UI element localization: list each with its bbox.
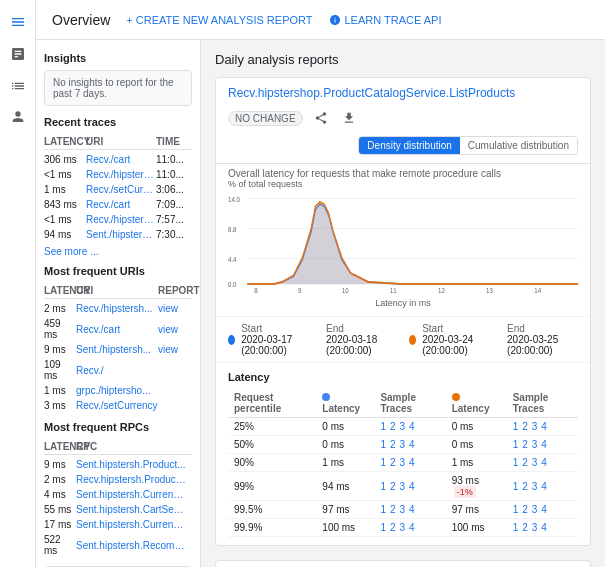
sample-links[interactable]: 1234 xyxy=(513,522,572,533)
daily-reports-title: Daily analysis reports xyxy=(215,52,591,67)
nav-icon-menu[interactable] xyxy=(4,8,32,36)
rpcs-title: Most frequent RPCs xyxy=(44,421,192,433)
left-nav xyxy=(0,0,36,567)
card1-chart: 14.0 8.8 4.4 0.0 8 xyxy=(216,189,590,316)
card1-latency-section: Latency Request percentile Latency Sampl… xyxy=(216,363,590,545)
sample-links[interactable]: 1234 xyxy=(513,504,572,515)
table-row: 1 msgrpc./hiptersho... xyxy=(44,383,192,398)
table-row: 17 msSent.hipstersh.Currency... xyxy=(44,517,192,532)
svg-text:14.0: 14.0 xyxy=(228,195,240,203)
table-row: 9 msSent./hipstersh...view xyxy=(44,342,192,357)
svg-text:11: 11 xyxy=(390,286,397,293)
left-panel: Insights No insights to report for the p… xyxy=(36,40,201,567)
card1-header: Recv.hipstershop.ProductCatalogService.L… xyxy=(216,78,590,164)
rpcs-header: LATENCY RPC xyxy=(44,439,192,455)
nav-icon-person[interactable] xyxy=(4,104,32,132)
table-row: 25% 0 ms 1234 0 ms 1234 xyxy=(228,418,578,436)
card2-header: Recv./cart NO CHANGE Density distributio… xyxy=(216,561,590,567)
uris-header: LATENCY URI REPORT xyxy=(44,283,192,299)
analysis-card-1: Recv.hipstershop.ProductCatalogService.L… xyxy=(215,77,591,546)
card1-tab-group: Density distribution Cumulative distribu… xyxy=(358,136,578,155)
recent-traces-list: 306 msRecv./cart11:0... <1 msRecv./hipst… xyxy=(44,152,192,242)
see-more-link[interactable]: See more ... xyxy=(44,246,192,257)
sample-links[interactable]: 1234 xyxy=(513,457,572,468)
sample-links[interactable]: 1234 xyxy=(513,439,572,450)
sample-links[interactable]: 1234 xyxy=(380,481,439,492)
table-row: 99.5% 97 ms 1234 97 ms 1234 xyxy=(228,501,578,519)
insights-title: Insights xyxy=(44,52,192,64)
create-report-link[interactable]: + CREATE NEW ANALYSIS REPORT xyxy=(126,14,312,26)
sample-links[interactable]: 1234 xyxy=(380,457,439,468)
right-panel: Daily analysis reports Recv.hipstershop.… xyxy=(201,40,605,567)
table-row: 2 msRecv./hipstersh...view xyxy=(44,301,192,316)
table-row: 90% 1 ms 1234 1 ms 1234 xyxy=(228,454,578,472)
sample-links[interactable]: 1234 xyxy=(380,504,439,515)
nav-icon-list[interactable] xyxy=(4,72,32,100)
range-dot-blue xyxy=(228,335,235,345)
svg-text:8: 8 xyxy=(254,286,257,293)
uris-list: 2 msRecv./hipstersh...view 459 msRecv./c… xyxy=(44,301,192,413)
svg-text:14: 14 xyxy=(534,286,541,293)
svg-text:4.4: 4.4 xyxy=(228,255,237,263)
learn-trace-link[interactable]: LEARN TRACE API xyxy=(329,14,442,26)
table-row: <1 msRecv./hipstersh...11:0... xyxy=(44,167,192,182)
main-content: Overview + CREATE NEW ANALYSIS REPORT LE… xyxy=(36,0,605,567)
svg-text:10: 10 xyxy=(342,286,349,293)
svg-text:13: 13 xyxy=(486,286,493,293)
insights-text: No insights to report for the past 7 day… xyxy=(53,77,174,99)
content-area: Insights No insights to report for the p… xyxy=(36,40,605,567)
card1-x-unit: Latency in ms xyxy=(228,298,578,308)
table-row: 522 msSent.hipstersh.Recomm... xyxy=(44,532,192,558)
svg-text:0.0: 0.0 xyxy=(228,281,237,289)
rpcs-list: 9 msSent.hipstersh.Product... 2 msRecv.h… xyxy=(44,457,192,558)
table-row: 1 msRecv./setCurrency3:06... xyxy=(44,182,192,197)
insights-box: No insights to report for the past 7 day… xyxy=(44,70,192,106)
table-row: 55 msSent.hipstersh.CartServi... xyxy=(44,502,192,517)
info-icon xyxy=(329,14,341,26)
svg-text:8.8: 8.8 xyxy=(228,225,237,233)
top-bar: Overview + CREATE NEW ANALYSIS REPORT LE… xyxy=(36,0,605,40)
nav-icon-chart[interactable] xyxy=(4,40,32,68)
latency-table: Request percentile Latency Sample Traces… xyxy=(228,389,578,537)
table-row: 3 msRecv./setCurrency xyxy=(44,398,192,413)
table-row: 99% 94 ms 1234 93 ms -1% 1234 xyxy=(228,472,578,501)
range-dot-orange xyxy=(409,335,416,345)
table-row: 2 msRecv.hipstersh.Product... xyxy=(44,472,192,487)
svg-text:9: 9 xyxy=(298,286,301,293)
card1-tab-density[interactable]: Density distribution xyxy=(359,137,459,154)
svg-text:12: 12 xyxy=(438,286,445,293)
range-blue: Start 2020-03-17 (20:00:00) End 2020-03-… xyxy=(228,323,397,356)
sample-links[interactable]: 1234 xyxy=(513,421,572,432)
card1-chart-svg: 14.0 8.8 4.4 0.0 8 xyxy=(228,193,578,293)
table-row: 306 msRecv./cart11:0... xyxy=(44,152,192,167)
table-row: 4 msSent.hipstersh.Currency... xyxy=(44,487,192,502)
table-row: 50% 0 ms 1234 0 ms 1234 xyxy=(228,436,578,454)
sample-links[interactable]: 1234 xyxy=(380,439,439,450)
card1-axis-label: % of total requests xyxy=(216,179,590,189)
range-orange: Start 2020-03-24 (20:00:00) End 2020-03-… xyxy=(409,323,578,356)
analysis-card-2: Recv./cart NO CHANGE Density distributio… xyxy=(215,560,591,567)
recent-traces-header: LATENCY URI TIME xyxy=(44,134,192,150)
card1-title[interactable]: Recv.hipstershop.ProductCatalogService.L… xyxy=(228,86,578,100)
card1-range-selectors: Start 2020-03-17 (20:00:00) End 2020-03-… xyxy=(216,316,590,363)
table-row: 99.9% 100 ms 1234 100 ms 1234 xyxy=(228,519,578,537)
change-badge: -1% xyxy=(454,486,476,498)
table-row: 109 msRecv./ xyxy=(44,357,192,383)
table-row: 9 msSent.hipstersh.Product... xyxy=(44,457,192,472)
sample-links[interactable]: 1234 xyxy=(380,421,439,432)
card1-badge: NO CHANGE xyxy=(228,111,303,126)
table-row: <1 msRecv./hipstersh...7:57... xyxy=(44,212,192,227)
table-row: 843 msRecv./cart7:09... xyxy=(44,197,192,212)
card1-share-icon[interactable] xyxy=(311,108,331,128)
uris-title: Most frequent URIs xyxy=(44,265,192,277)
table-row: 94 msSent./hipstersh...7:30... xyxy=(44,227,192,242)
card1-download-icon[interactable] xyxy=(339,108,359,128)
recent-traces-title: Recent traces xyxy=(44,116,192,128)
sample-links[interactable]: 1234 xyxy=(380,522,439,533)
sample-links[interactable]: 1234 xyxy=(513,481,572,492)
card1-tab-cumulative[interactable]: Cumulative distribution xyxy=(460,137,577,154)
card1-subtitle: Overall latency for requests that make r… xyxy=(216,164,590,179)
page-title: Overview xyxy=(52,12,110,28)
table-row: 459 msRecv./cartview xyxy=(44,316,192,342)
